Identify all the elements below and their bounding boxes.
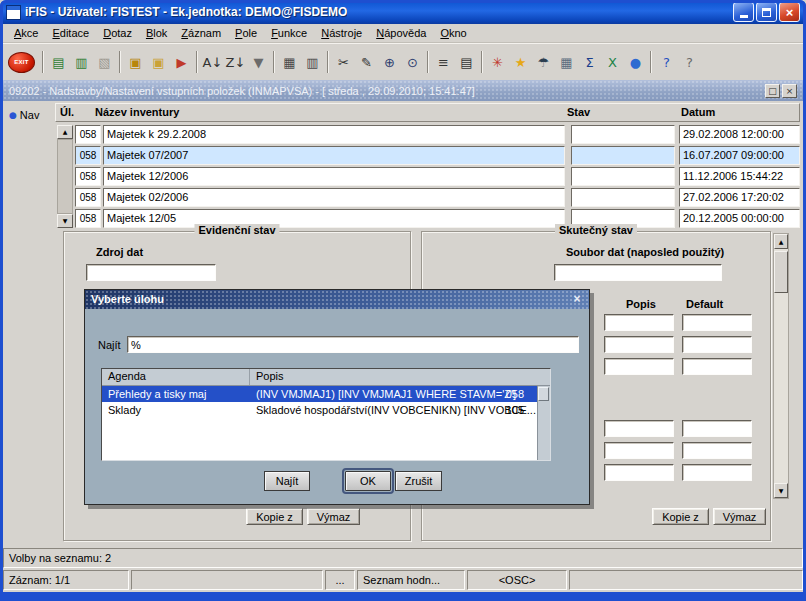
stav-cell[interactable] bbox=[571, 146, 675, 165]
default-input[interactable] bbox=[683, 443, 751, 458]
kopie-z-button[interactable]: Kopie z bbox=[246, 508, 303, 525]
popis-input[interactable] bbox=[605, 359, 673, 374]
lov-scroll-thumb[interactable] bbox=[538, 387, 549, 401]
ul-cell[interactable]: 058 bbox=[75, 167, 101, 186]
minimize-button[interactable] bbox=[733, 2, 754, 22]
dialog-ok-button[interactable]: OK bbox=[345, 471, 391, 491]
dialog-close-icon[interactable]: × bbox=[570, 292, 584, 306]
scroll-up-button[interactable]: ▲ bbox=[774, 234, 788, 249]
list-records-icon[interactable]: ▤ bbox=[455, 50, 478, 74]
sort-asc-icon[interactable]: A↓ bbox=[201, 50, 224, 74]
menu-nastroje[interactable]: Nástroje bbox=[314, 25, 369, 41]
popis-input[interactable] bbox=[605, 443, 673, 458]
cut-icon[interactable]: ✂ bbox=[332, 50, 355, 74]
default-field[interactable] bbox=[682, 358, 752, 375]
default-input[interactable] bbox=[683, 315, 751, 330]
ul-cell[interactable]: 058 bbox=[75, 125, 101, 144]
mdi-restore-button[interactable]: □ bbox=[765, 84, 780, 98]
menu-zaznam[interactable]: Záznam bbox=[174, 25, 228, 41]
scroll-thumb[interactable] bbox=[774, 251, 788, 293]
popis-input[interactable] bbox=[605, 315, 673, 330]
menu-blok[interactable]: Blok bbox=[139, 25, 174, 41]
popis-input[interactable] bbox=[605, 337, 673, 352]
print-icon[interactable]: ▦ bbox=[278, 50, 301, 74]
default-field[interactable] bbox=[682, 464, 752, 481]
ul-cell[interactable]: 058 bbox=[75, 188, 101, 207]
ul-cell[interactable]: 058 bbox=[75, 146, 101, 165]
kopie-z-button[interactable]: Kopie z bbox=[652, 508, 709, 525]
stav-cell[interactable] bbox=[571, 188, 675, 207]
edit-icon[interactable]: ✎ bbox=[355, 50, 378, 74]
name-cell[interactable]: Majetek 12/2006 bbox=[103, 167, 565, 186]
datum-cell[interactable]: 29.02.2008 12:00:00 bbox=[679, 125, 800, 144]
default-input[interactable] bbox=[683, 465, 751, 480]
default-input[interactable] bbox=[683, 359, 751, 374]
default-field[interactable] bbox=[682, 314, 752, 331]
dialog-titlebar[interactable]: Vyberte úlohu × bbox=[85, 290, 589, 309]
popis-field[interactable] bbox=[604, 358, 674, 375]
menu-funkce[interactable]: Funkce bbox=[264, 25, 314, 41]
datum-cell[interactable]: 27.02.2006 17:20:02 bbox=[679, 188, 800, 207]
lov-row[interactable]: Sklady Skladové hospodářství(INV VOBCENI… bbox=[102, 402, 550, 418]
print-preview-icon[interactable]: ▥ bbox=[301, 50, 324, 74]
enter-query-icon[interactable]: ▥ bbox=[70, 50, 93, 74]
dialog-zrusit-button[interactable]: Zrušit bbox=[395, 471, 442, 491]
sigma-icon[interactable]: Σ bbox=[578, 50, 601, 74]
mdi-close-button[interactable]: × bbox=[782, 84, 797, 98]
nav-tab[interactable]: ● Nav bbox=[9, 109, 39, 121]
menu-napoveda[interactable]: Nápověda bbox=[369, 25, 433, 41]
filter-icon[interactable]: ▼ bbox=[247, 50, 270, 74]
soubor-dat-input[interactable] bbox=[555, 265, 721, 280]
default-input[interactable] bbox=[683, 421, 751, 436]
context-help-icon[interactable]: ? bbox=[678, 50, 701, 74]
menu-okno[interactable]: Okno bbox=[433, 25, 473, 41]
stav-cell[interactable] bbox=[571, 167, 675, 186]
help-icon[interactable]: ? bbox=[655, 50, 678, 74]
rollback-icon[interactable]: ▧ bbox=[93, 50, 116, 74]
stav-cell[interactable] bbox=[571, 125, 675, 144]
umbrella-icon[interactable]: ☂ bbox=[532, 50, 555, 74]
datum-cell[interactable]: 20.12.2005 00:00:00 bbox=[679, 209, 800, 228]
scroll-down-button[interactable]: ▼ bbox=[774, 483, 788, 498]
ul-cell[interactable]: 058 bbox=[75, 209, 101, 228]
lov-scrollbar[interactable] bbox=[537, 386, 550, 460]
datum-cell[interactable]: 16.07.2007 09:00:00 bbox=[679, 146, 800, 165]
zoom-in-icon[interactable]: ⊕ bbox=[378, 50, 401, 74]
sort-desc-icon[interactable]: Z↓ bbox=[224, 50, 247, 74]
star-icon[interactable]: ★ bbox=[509, 50, 532, 74]
exit-button[interactable]: EXIT bbox=[8, 52, 35, 73]
globe-icon[interactable]: ● bbox=[624, 50, 647, 74]
list-values-icon[interactable]: ≡ bbox=[432, 50, 455, 74]
commit-icon[interactable]: ▤ bbox=[47, 50, 70, 74]
zoom-record-icon[interactable]: ⊙ bbox=[401, 50, 424, 74]
zdroj-dat-input[interactable] bbox=[87, 265, 215, 280]
name-cell[interactable]: Majetek 12/05 bbox=[103, 209, 565, 228]
default-field[interactable] bbox=[682, 336, 752, 353]
datum-cell[interactable]: 11.12.2006 15:44:22 bbox=[679, 167, 800, 186]
close-form-icon[interactable]: ▶ bbox=[170, 50, 193, 74]
open-folder-icon[interactable]: ▣ bbox=[124, 50, 147, 74]
name-cell[interactable]: Majetek k 29.2.2008 bbox=[103, 125, 565, 144]
menu-dotaz[interactable]: Dotaz bbox=[96, 25, 139, 41]
search-input[interactable] bbox=[128, 337, 578, 352]
name-cell[interactable]: Majetek 07/2007 bbox=[103, 146, 565, 165]
name-cell[interactable]: Majetek 02/2006 bbox=[103, 188, 565, 207]
save-folder-icon[interactable]: ▣ bbox=[147, 50, 170, 74]
vymaz-button[interactable]: Výmaz bbox=[307, 508, 360, 525]
default-field[interactable] bbox=[682, 442, 752, 459]
vymaz-button[interactable]: Výmaz bbox=[713, 508, 766, 525]
form-scrollbar[interactable]: ▲ ▼ bbox=[773, 233, 789, 499]
popis-input[interactable] bbox=[605, 421, 673, 436]
close-button[interactable]: × bbox=[779, 2, 800, 22]
menu-pole[interactable]: Pole bbox=[228, 25, 264, 41]
calculator-icon[interactable]: ▦ bbox=[555, 50, 578, 74]
excel-icon[interactable]: X bbox=[601, 50, 624, 74]
popis-field[interactable] bbox=[604, 420, 674, 437]
maximize-button[interactable] bbox=[756, 2, 777, 22]
popis-input[interactable] bbox=[605, 465, 673, 480]
dialog-najit-button[interactable]: Najít bbox=[264, 471, 310, 491]
popis-field[interactable] bbox=[604, 336, 674, 353]
popis-field[interactable] bbox=[604, 314, 674, 331]
wheel-icon[interactable]: ✳ bbox=[486, 50, 509, 74]
lov-row-selected[interactable]: Přehledy a tisky maj (INV VMJMAJ1) [INV … bbox=[102, 386, 550, 402]
